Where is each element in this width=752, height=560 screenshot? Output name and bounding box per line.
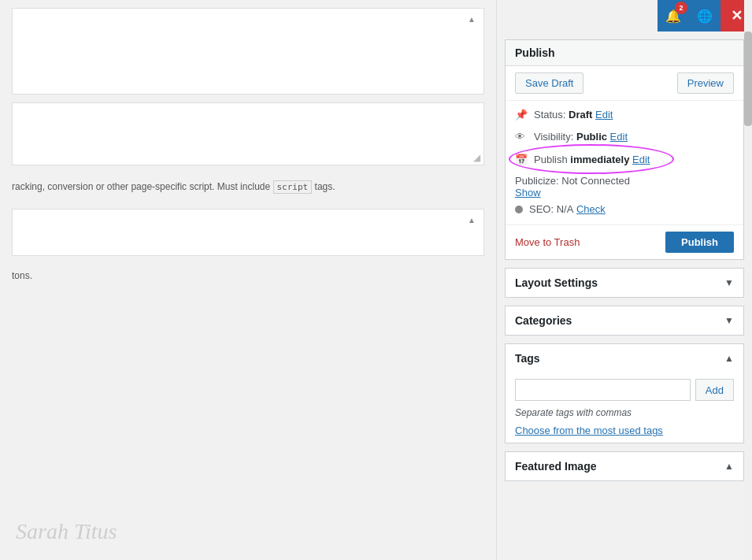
script-tag: script	[273, 180, 313, 194]
tags-body: Add Separate tags with commas Choose fro…	[506, 373, 743, 443]
scrollbar-track	[744, 0, 752, 560]
notification-badge: 2	[675, 2, 687, 14]
script-text-before: racking, conversion or other page-specif…	[12, 181, 270, 192]
script-text-after: tags.	[315, 181, 335, 192]
editor-arrow-up[interactable]: ▲	[468, 15, 476, 24]
top-icon-bar: 🔔 2 🌐 ✕	[658, 0, 752, 32]
publish-time-edit-link[interactable]: Edit	[632, 154, 650, 165]
publish-meta: 📌 Status: Draft Edit 👁 Visibility: Publi…	[506, 101, 743, 221]
main-content-area: ▲ ◢ racking, conversion or other page-sp…	[0, 0, 496, 560]
publish-immediately-row: 📅 Publish immediately Edit	[515, 150, 734, 169]
categories-section: Categories ▼	[505, 306, 744, 336]
publish-box: Publish Save Draft Preview 📌 Status: Dra…	[505, 39, 744, 260]
visibility-label: Visibility:	[534, 129, 573, 145]
sidebar: 🔔 2 🌐 ✕ Publish Save Draft Preview 📌 Sta…	[496, 0, 752, 560]
publish-box-title: Publish	[506, 40, 743, 66]
status-value: Draft	[569, 107, 592, 123]
tags-section: Tags ▲ Add Separate tags with commas Cho…	[505, 343, 744, 443]
calendar-icon: 📅	[515, 154, 529, 165]
seo-check-link[interactable]: Check	[576, 203, 606, 215]
publish-footer: Move to Trash Publish	[506, 224, 743, 259]
tags-title: Tags	[515, 352, 540, 365]
tags-header[interactable]: Tags ▲	[506, 344, 743, 373]
featured-image-chevron: ▲	[724, 461, 734, 472]
publish-button[interactable]: Publish	[665, 232, 734, 253]
editor-area-1: ▲	[12, 8, 484, 95]
status-row: 📌 Status: Draft Edit	[515, 107, 734, 123]
categories-header[interactable]: Categories ▼	[506, 306, 743, 335]
layout-settings-section: Layout Settings ▼	[505, 268, 744, 298]
visibility-icon: 👁	[515, 129, 529, 145]
publish-time-label: Publish	[534, 154, 568, 165]
layout-settings-header[interactable]: Layout Settings ▼	[506, 269, 743, 297]
status-label: Status:	[534, 107, 565, 123]
layout-settings-chevron: ▼	[724, 277, 734, 288]
publicize-label: Publicize: Not Connected	[515, 175, 630, 187]
script-description: racking, conversion or other page-specif…	[0, 173, 496, 201]
visibility-value: Public	[576, 129, 607, 145]
tags-input[interactable]	[515, 379, 691, 401]
visibility-row: 👁 Visibility: Public Edit	[515, 129, 734, 145]
watermark: Sarah Titus	[16, 519, 117, 544]
featured-image-header[interactable]: Featured Image ▲	[506, 452, 743, 480]
resize-handle: ◢	[473, 152, 480, 163]
editor-area-3: ▲	[12, 209, 484, 256]
visibility-edit-link[interactable]: Edit	[610, 129, 628, 145]
close-icon: ✕	[731, 7, 743, 24]
seo-row: SEO: N/A Check	[515, 203, 734, 215]
seo-dot	[515, 206, 523, 213]
dots-text: tons.	[0, 264, 496, 287]
tags-hint: Separate tags with commas	[515, 407, 734, 418]
editor-area-2[interactable]: ◢	[12, 102, 484, 165]
choose-tags-link[interactable]: Choose from the most used tags	[515, 425, 663, 436]
save-draft-button[interactable]: Save Draft	[515, 72, 583, 94]
featured-image-title: Featured Image	[515, 460, 596, 473]
status-edit-link[interactable]: Edit	[595, 107, 613, 123]
status-icon: 📌	[515, 107, 529, 123]
preview-button[interactable]: Preview	[677, 72, 734, 94]
notification-button[interactable]: 🔔 2	[658, 0, 689, 32]
categories-chevron: ▼	[724, 315, 734, 326]
publicize-section: Publicize: Not Connected Show	[515, 175, 734, 198]
layout-settings-title: Layout Settings	[515, 276, 598, 289]
globe-icon: 🌐	[697, 9, 713, 24]
featured-image-section: Featured Image ▲	[505, 451, 744, 481]
tags-input-row: Add	[515, 379, 734, 401]
seo-label: SEO: N/A	[529, 203, 573, 215]
publish-time-value: immediately	[570, 154, 629, 165]
tags-chevron: ▲	[724, 353, 734, 364]
publish-actions-row: Save Draft Preview	[506, 66, 743, 101]
add-tag-button[interactable]: Add	[695, 379, 734, 401]
editor-arrow-up-2[interactable]: ▲	[468, 216, 476, 224]
globe-button[interactable]: 🌐	[689, 0, 721, 32]
scrollbar-thumb[interactable]	[744, 32, 752, 126]
move-to-trash-button[interactable]: Move to Trash	[515, 236, 580, 248]
categories-title: Categories	[515, 314, 572, 327]
publicize-show-link[interactable]: Show	[515, 187, 734, 198]
